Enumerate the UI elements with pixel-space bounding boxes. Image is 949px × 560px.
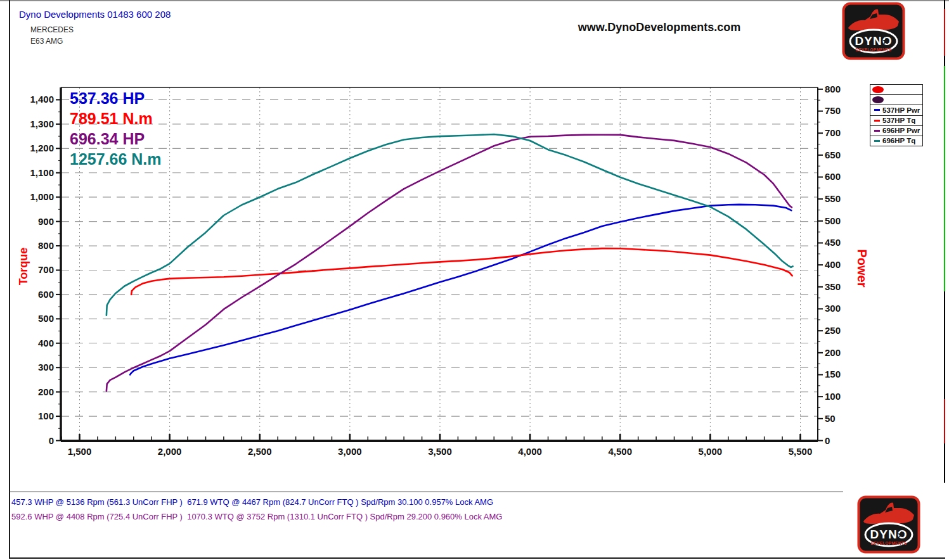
svg-text:3,000: 3,000: [338, 446, 362, 457]
legend-row[interactable]: 696HP Tq: [870, 136, 922, 146]
svg-text:2,000: 2,000: [158, 446, 182, 457]
peak-annotation: 537.36 HP: [70, 88, 162, 108]
svg-text:250: 250: [825, 325, 841, 336]
svg-text:0: 0: [49, 435, 54, 446]
page-right-border: [944, 0, 945, 560]
svg-text:2,500: 2,500: [248, 446, 272, 457]
legend-label: 696HP Tq: [882, 137, 915, 144]
results-divider: [9, 492, 843, 492]
legend-row[interactable]: [870, 85, 922, 95]
legend-label: 537HP Tq: [882, 117, 915, 124]
legend-label: 537HP Pwr: [882, 106, 920, 114]
company-phone-line: Dyno Developments 01483 600 208: [19, 9, 171, 20]
svg-text:5,500: 5,500: [789, 446, 813, 457]
vehicle-make: MERCEDES: [30, 25, 74, 34]
svg-text:500: 500: [825, 215, 841, 226]
curve-696hp-pwr: [107, 135, 792, 391]
svg-text:200: 200: [38, 386, 54, 397]
torque-axis-title: Torque: [17, 245, 30, 289]
svg-text:300: 300: [825, 303, 841, 314]
svg-text:750: 750: [825, 105, 841, 116]
dyno-chart: 01002003004005006007008009001,0001,1001,…: [0, 0, 949, 560]
series-dash-swatch: [874, 109, 880, 111]
svg-text:50: 50: [825, 413, 836, 424]
svg-text:500: 500: [38, 313, 54, 324]
svg-text:1,100: 1,100: [30, 167, 54, 178]
peak-annotations: 537.36 HP789.51 N.m696.34 HP1257.66 N.m: [70, 88, 162, 169]
svg-text:700: 700: [825, 127, 841, 138]
peak-annotation: 1257.66 N.m: [70, 149, 162, 169]
legend-row[interactable]: [870, 95, 922, 105]
svg-text:5,000: 5,000: [699, 446, 723, 457]
svg-text:350: 350: [825, 281, 841, 292]
peak-annotation: 696.34 HP: [70, 129, 162, 149]
series-dash-swatch: [874, 130, 880, 132]
curve-537hp-tq: [131, 248, 792, 295]
dyno-developments-logo: [842, 2, 905, 60]
legend-row[interactable]: 537HP Tq: [870, 116, 922, 126]
svg-text:200: 200: [825, 347, 841, 358]
curve-696hp-tq: [107, 134, 793, 315]
page-top-border: [0, 0, 949, 1]
svg-text:600: 600: [825, 171, 841, 182]
peak-annotation: 789.51 N.m: [70, 108, 162, 129]
svg-text:800: 800: [38, 240, 54, 251]
svg-text:700: 700: [38, 264, 54, 275]
series-dash-swatch: [874, 140, 880, 142]
series-dash-swatch: [874, 120, 880, 122]
svg-text:1,200: 1,200: [30, 143, 54, 153]
legend-row[interactable]: 696HP Pwr: [870, 126, 922, 136]
legend-label: 696HP Pwr: [882, 127, 920, 134]
website-url: www.DynoDevelopments.com: [482, 21, 837, 34]
run-ellipse-swatch: [872, 96, 884, 103]
svg-text:400: 400: [38, 338, 54, 348]
svg-text:4,500: 4,500: [608, 446, 632, 457]
svg-text:100: 100: [38, 410, 54, 421]
svg-text:800: 800: [825, 84, 841, 94]
svg-text:0: 0: [825, 435, 830, 446]
svg-text:4,000: 4,000: [518, 446, 542, 457]
legend-box: 537HP Pwr537HP Tq696HP Pwr696HP Tq: [870, 84, 923, 146]
curve-537hp-pwr: [130, 205, 791, 375]
svg-text:900: 900: [38, 216, 54, 227]
page-bottom-border: [9, 557, 945, 559]
svg-text:650: 650: [825, 150, 841, 160]
svg-text:600: 600: [38, 289, 54, 300]
svg-text:1,400: 1,400: [30, 94, 54, 105]
svg-text:300: 300: [38, 362, 54, 372]
power-axis-title: Power: [855, 246, 869, 291]
run-ellipse-swatch: [872, 86, 884, 93]
svg-text:3,500: 3,500: [428, 446, 452, 457]
legend-row[interactable]: 537HP Pwr: [870, 105, 922, 115]
svg-text:100: 100: [825, 391, 841, 402]
svg-text:150: 150: [825, 369, 841, 379]
svg-text:400: 400: [825, 259, 841, 270]
svg-text:550: 550: [825, 193, 841, 204]
vehicle-model: E63 AMG: [30, 37, 63, 46]
dyno-developments-logo: [857, 493, 920, 556]
svg-text:1,000: 1,000: [30, 191, 54, 202]
run1-result-line: 457.3 WHP @ 5136 Rpm (561.3 UnCorr FHP )…: [11, 497, 493, 507]
svg-text:1,500: 1,500: [68, 446, 92, 457]
page-left-border: [9, 0, 10, 559]
svg-text:450: 450: [825, 237, 841, 248]
svg-text:1,300: 1,300: [30, 118, 54, 129]
run2-result-line: 592.6 WHP @ 4408 Rpm (725.4 UnCorr FHP )…: [11, 512, 502, 521]
